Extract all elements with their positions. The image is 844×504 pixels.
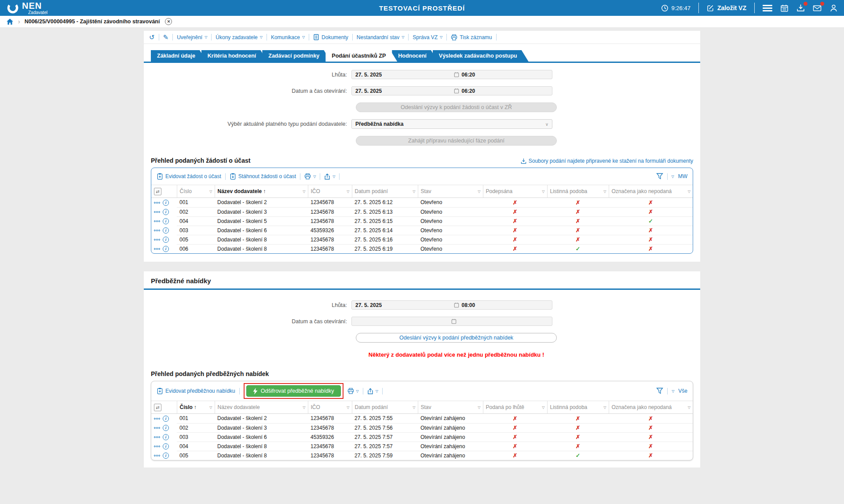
create-vz-button[interactable]: Založit VZ bbox=[707, 4, 746, 12]
nen-logo[interactable]: NEN Zadavatel bbox=[6, 1, 47, 15]
row-info-icon[interactable]: i bbox=[163, 443, 169, 449]
row-menu-icon[interactable] bbox=[154, 418, 160, 420]
deadline-date[interactable]: 27. 5. 2025 bbox=[352, 72, 454, 78]
column-filter-icon[interactable]: ▽ bbox=[303, 405, 305, 409]
column-filter-icon[interactable]: ▽ bbox=[413, 190, 415, 194]
home-icon[interactable] bbox=[6, 18, 14, 26]
opening-date[interactable]: 27. 5. 2025 bbox=[352, 88, 454, 94]
preliminary-deadline-time[interactable]: 08:00 bbox=[462, 302, 475, 308]
column-filter-icon[interactable]: ▽ bbox=[347, 190, 349, 194]
calendar-icon[interactable] bbox=[451, 318, 457, 324]
menu-icon[interactable] bbox=[763, 5, 772, 11]
profile-button[interactable] bbox=[829, 4, 838, 12]
column-settings-button[interactable]: ⇄ bbox=[151, 401, 177, 414]
row-menu-icon[interactable] bbox=[154, 202, 160, 204]
export-table-button[interactable]: ▽ bbox=[324, 173, 335, 180]
row-menu-icon[interactable] bbox=[154, 446, 160, 447]
calendar-button[interactable] bbox=[780, 4, 789, 12]
preliminary-deadline-field[interactable]: 27. 5. 2025 08:00 bbox=[351, 300, 552, 310]
view-caret-icon[interactable]: ▽ bbox=[672, 389, 674, 393]
column-header[interactable]: Datum podání▽ bbox=[352, 401, 418, 414]
calendar-icon[interactable] bbox=[454, 72, 459, 77]
menu-ukony-zadavatele[interactable]: Úkony zadavatele▽ bbox=[216, 34, 263, 40]
row-menu-icon[interactable] bbox=[154, 230, 160, 231]
tab-podani-ucastniku[interactable]: Podání účastníků ZP bbox=[325, 50, 397, 62]
row-menu-icon[interactable] bbox=[154, 427, 160, 429]
tab-kriteria-hodnoceni[interactable]: Kritéria hodnocení bbox=[201, 50, 267, 62]
row-info-icon[interactable]: i bbox=[163, 434, 169, 440]
row-info-icon[interactable]: i bbox=[163, 218, 169, 224]
row-info-icon[interactable]: i bbox=[163, 453, 169, 459]
row-info-icon[interactable]: i bbox=[163, 227, 169, 234]
menu-tisk-zaznamu[interactable]: Tisk záznamu bbox=[451, 34, 492, 40]
view-selector[interactable]: MW bbox=[678, 173, 687, 179]
calendar-icon[interactable] bbox=[454, 302, 459, 308]
column-header[interactable]: Název dodavatele▽ bbox=[215, 401, 308, 414]
column-filter-icon[interactable]: ▽ bbox=[603, 190, 606, 194]
row-info-icon[interactable]: i bbox=[163, 237, 169, 243]
refresh-icon[interactable]: ↺ bbox=[149, 34, 155, 40]
tab-hodnoceni[interactable]: Hodnocení bbox=[392, 50, 438, 62]
close-record-icon[interactable]: ✕ bbox=[165, 18, 172, 25]
opening-time[interactable]: 06:20 bbox=[462, 88, 475, 94]
export-table-button[interactable]: ▽ bbox=[367, 388, 378, 394]
column-filter-icon[interactable]: ▽ bbox=[478, 405, 480, 409]
view-caret-icon[interactable]: ▽ bbox=[672, 175, 674, 179]
send-preliminary-call-button[interactable]: Odeslání výzvy k podání předběžných nabí… bbox=[356, 333, 557, 343]
tab-vysledek[interactable]: Výsledek zadávacího postupu bbox=[433, 50, 529, 62]
column-header[interactable]: IČO▽ bbox=[308, 401, 352, 414]
filter-icon[interactable] bbox=[656, 173, 663, 180]
row-menu-icon[interactable] bbox=[154, 248, 160, 250]
menu-komunikace[interactable]: Komunikace▽ bbox=[271, 34, 305, 40]
row-info-icon[interactable]: i bbox=[163, 200, 169, 206]
column-header[interactable]: Číslo↑▽ bbox=[177, 401, 215, 414]
column-header[interactable]: Podepsána▽ bbox=[483, 185, 547, 198]
column-header[interactable]: Číslo▽ bbox=[177, 185, 215, 198]
tab-zakladni-udaje[interactable]: Základní údaje bbox=[151, 50, 207, 62]
menu-nestandardni-stav[interactable]: Nestandardní stav▽ bbox=[357, 34, 405, 40]
column-header[interactable]: Stav▽ bbox=[418, 401, 483, 414]
filter-icon[interactable] bbox=[656, 387, 663, 394]
files-download-link[interactable]: Soubory podání najdete připravené ke sta… bbox=[521, 158, 693, 164]
menu-dokumenty[interactable]: Dokumenty bbox=[313, 34, 348, 40]
column-filter-icon[interactable]: ▽ bbox=[603, 405, 606, 409]
register-preliminary-offer-button[interactable]: Evidovat předběžnou nabídku bbox=[157, 387, 235, 394]
row-info-icon[interactable]: i bbox=[163, 246, 169, 252]
print-table-button[interactable]: ▽ bbox=[347, 388, 359, 394]
messages-button[interactable] bbox=[813, 4, 822, 12]
register-application-button[interactable]: Evidovat žádost o účast bbox=[157, 173, 221, 180]
column-filter-icon[interactable]: ▽ bbox=[209, 405, 212, 409]
menu-uverejneni[interactable]: Uveřejnění▽ bbox=[177, 34, 207, 40]
breadcrumb-record[interactable]: N006/25/V00004995 - Zajištění závodního … bbox=[25, 18, 160, 25]
row-info-icon[interactable]: i bbox=[163, 209, 169, 215]
row-menu-icon[interactable] bbox=[154, 211, 160, 213]
preliminary-deadline-date[interactable]: 27. 5. 2025 bbox=[352, 302, 454, 308]
tab-zadavaci-podminky[interactable]: Zadávací podmínky bbox=[262, 50, 331, 62]
deadline-time[interactable]: 06:20 bbox=[462, 72, 475, 78]
download-applications-button[interactable]: Stáhnout žádosti o účast bbox=[230, 173, 296, 180]
column-filter-icon[interactable]: ▽ bbox=[478, 190, 480, 194]
column-header[interactable]: Název dodavatele↑▽ bbox=[215, 185, 308, 198]
column-filter-icon[interactable]: ▽ bbox=[542, 405, 544, 409]
column-header[interactable]: Podaná po lhůtě▽ bbox=[483, 401, 547, 414]
row-menu-icon[interactable] bbox=[154, 239, 160, 241]
column-header[interactable]: IČO▽ bbox=[308, 185, 352, 198]
menu-sprava-vz[interactable]: Správa VZ▽ bbox=[413, 34, 442, 40]
column-header[interactable]: Stav▽ bbox=[418, 185, 483, 198]
row-menu-icon[interactable] bbox=[154, 220, 160, 222]
decrypt-offers-button[interactable]: Odšifrovat předběžné nabídky bbox=[246, 385, 341, 397]
column-filter-icon[interactable]: ▽ bbox=[303, 190, 305, 194]
column-filter-icon[interactable]: ▽ bbox=[542, 190, 544, 194]
row-info-icon[interactable]: i bbox=[163, 425, 169, 431]
column-header[interactable]: Listinná podoba▽ bbox=[547, 401, 609, 414]
column-header[interactable]: Datum podání▽ bbox=[352, 185, 418, 198]
row-menu-icon[interactable] bbox=[154, 436, 160, 438]
calendar-icon[interactable] bbox=[454, 88, 459, 94]
column-filter-icon[interactable]: ▽ bbox=[347, 405, 349, 409]
downloads-button[interactable] bbox=[797, 4, 805, 12]
submission-type-select[interactable]: Předběžná nabídka ∨ bbox=[351, 119, 552, 129]
column-header[interactable]: Označena jako nepodaná▽ bbox=[609, 401, 693, 414]
preliminary-opening-field[interactable] bbox=[351, 317, 552, 326]
column-header[interactable]: Listinná podoba▽ bbox=[547, 185, 609, 198]
view-selector[interactable]: Vše bbox=[678, 388, 687, 394]
